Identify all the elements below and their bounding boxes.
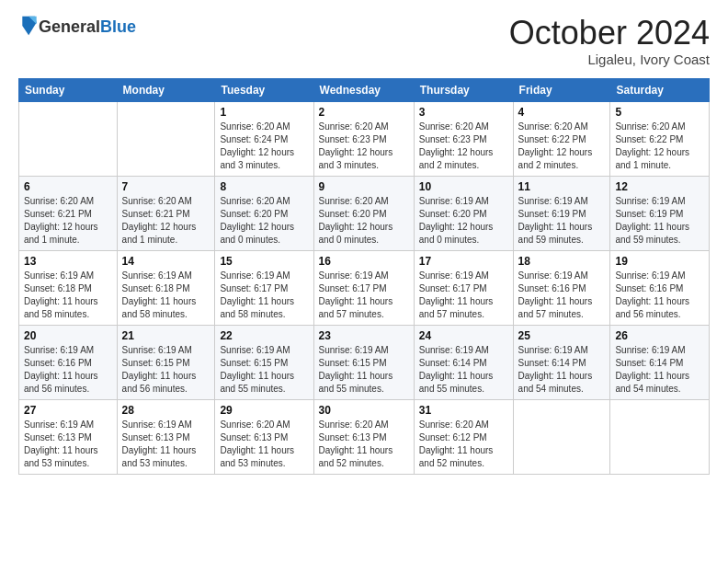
- logo-general-text: General: [39, 17, 100, 36]
- calendar-cell: 10Sunrise: 6:19 AM Sunset: 6:20 PM Dayli…: [414, 176, 513, 250]
- calendar-table: SundayMondayTuesdayWednesdayThursdayFrid…: [18, 78, 710, 475]
- logo-icon: [20, 15, 39, 37]
- location-subtitle: Ligaleu, Ivory Coast: [509, 52, 710, 67]
- calendar-cell: [19, 101, 118, 176]
- header: GeneralBlue October 2024 Ligaleu, Ivory …: [18, 15, 710, 67]
- page: GeneralBlue October 2024 Ligaleu, Ivory …: [0, 0, 728, 563]
- calendar-cell: 9Sunrise: 6:20 AM Sunset: 6:20 PM Daylig…: [313, 176, 414, 250]
- day-info: Sunrise: 6:19 AM Sunset: 6:14 PM Dayligh…: [518, 344, 606, 396]
- day-info: Sunrise: 6:20 AM Sunset: 6:20 PM Dayligh…: [220, 195, 308, 247]
- day-info: Sunrise: 6:19 AM Sunset: 6:15 PM Dayligh…: [319, 344, 409, 396]
- col-header-sunday: Sunday: [19, 78, 118, 101]
- day-number: 20: [24, 329, 112, 342]
- day-info: Sunrise: 6:20 AM Sunset: 6:23 PM Dayligh…: [319, 121, 409, 172]
- day-number: 19: [615, 255, 704, 268]
- col-header-saturday: Saturday: [610, 78, 710, 101]
- day-number: 11: [518, 180, 606, 193]
- calendar-cell: 29Sunrise: 6:20 AM Sunset: 6:13 PM Dayli…: [215, 399, 313, 474]
- day-info: Sunrise: 6:19 AM Sunset: 6:17 PM Dayligh…: [419, 270, 508, 321]
- calendar-cell: 14Sunrise: 6:19 AM Sunset: 6:18 PM Dayli…: [117, 250, 215, 325]
- day-info: Sunrise: 6:19 AM Sunset: 6:16 PM Dayligh…: [615, 270, 704, 321]
- calendar-cell: 4Sunrise: 6:20 AM Sunset: 6:22 PM Daylig…: [513, 101, 610, 176]
- calendar-cell: 7Sunrise: 6:20 AM Sunset: 6:21 PM Daylig…: [117, 176, 215, 250]
- calendar-cell: 1Sunrise: 6:20 AM Sunset: 6:24 PM Daylig…: [215, 101, 313, 176]
- day-number: 25: [518, 329, 606, 342]
- calendar-cell: 13Sunrise: 6:19 AM Sunset: 6:18 PM Dayli…: [19, 250, 118, 325]
- day-number: 1: [220, 106, 308, 119]
- calendar-cell: 8Sunrise: 6:20 AM Sunset: 6:20 PM Daylig…: [215, 176, 313, 250]
- calendar-week-row: 1Sunrise: 6:20 AM Sunset: 6:24 PM Daylig…: [19, 101, 710, 176]
- day-number: 2: [319, 106, 409, 119]
- calendar-cell: 22Sunrise: 6:19 AM Sunset: 6:15 PM Dayli…: [215, 325, 313, 399]
- day-info: Sunrise: 6:19 AM Sunset: 6:13 PM Dayligh…: [122, 419, 210, 470]
- calendar-cell: 20Sunrise: 6:19 AM Sunset: 6:16 PM Dayli…: [19, 325, 118, 399]
- title-block: October 2024 Ligaleu, Ivory Coast: [509, 15, 710, 67]
- day-info: Sunrise: 6:20 AM Sunset: 6:24 PM Dayligh…: [220, 121, 308, 172]
- calendar-cell: [513, 399, 610, 474]
- col-header-monday: Monday: [117, 78, 215, 101]
- calendar-cell: 30Sunrise: 6:20 AM Sunset: 6:13 PM Dayli…: [313, 399, 414, 474]
- day-number: 10: [419, 180, 508, 193]
- calendar-week-row: 20Sunrise: 6:19 AM Sunset: 6:16 PM Dayli…: [19, 325, 710, 399]
- day-number: 3: [419, 106, 508, 119]
- calendar-cell: 26Sunrise: 6:19 AM Sunset: 6:14 PM Dayli…: [610, 325, 710, 399]
- day-number: 24: [419, 329, 508, 342]
- day-number: 29: [220, 404, 308, 417]
- day-number: 28: [122, 404, 210, 417]
- col-header-tuesday: Tuesday: [215, 78, 313, 101]
- day-info: Sunrise: 6:19 AM Sunset: 6:16 PM Dayligh…: [518, 270, 606, 321]
- day-info: Sunrise: 6:19 AM Sunset: 6:19 PM Dayligh…: [615, 195, 704, 247]
- day-number: 18: [518, 255, 606, 268]
- day-number: 6: [24, 180, 112, 193]
- month-title: October 2024: [509, 15, 710, 52]
- day-number: 21: [122, 329, 210, 342]
- calendar-cell: 31Sunrise: 6:20 AM Sunset: 6:12 PM Dayli…: [414, 399, 513, 474]
- day-info: Sunrise: 6:19 AM Sunset: 6:19 PM Dayligh…: [518, 195, 606, 247]
- col-header-thursday: Thursday: [414, 78, 513, 101]
- calendar-cell: 11Sunrise: 6:19 AM Sunset: 6:19 PM Dayli…: [513, 176, 610, 250]
- day-info: Sunrise: 6:20 AM Sunset: 6:21 PM Dayligh…: [24, 195, 112, 247]
- calendar-cell: 17Sunrise: 6:19 AM Sunset: 6:17 PM Dayli…: [414, 250, 513, 325]
- day-info: Sunrise: 6:19 AM Sunset: 6:16 PM Dayligh…: [24, 344, 112, 396]
- day-number: 26: [615, 329, 704, 342]
- day-number: 14: [122, 255, 210, 268]
- day-number: 13: [24, 255, 112, 268]
- day-info: Sunrise: 6:19 AM Sunset: 6:14 PM Dayligh…: [419, 344, 508, 396]
- calendar-cell: 27Sunrise: 6:19 AM Sunset: 6:13 PM Dayli…: [19, 399, 118, 474]
- day-info: Sunrise: 6:20 AM Sunset: 6:13 PM Dayligh…: [319, 419, 409, 470]
- calendar-cell: 2Sunrise: 6:20 AM Sunset: 6:23 PM Daylig…: [313, 101, 414, 176]
- day-number: 27: [24, 404, 112, 417]
- calendar-cell: 23Sunrise: 6:19 AM Sunset: 6:15 PM Dayli…: [313, 325, 414, 399]
- day-info: Sunrise: 6:20 AM Sunset: 6:12 PM Dayligh…: [419, 419, 508, 470]
- day-number: 23: [319, 329, 409, 342]
- calendar-cell: 25Sunrise: 6:19 AM Sunset: 6:14 PM Dayli…: [513, 325, 610, 399]
- day-number: 31: [419, 404, 508, 417]
- calendar-cell: 15Sunrise: 6:19 AM Sunset: 6:17 PM Dayli…: [215, 250, 313, 325]
- calendar-cell: 3Sunrise: 6:20 AM Sunset: 6:23 PM Daylig…: [414, 101, 513, 176]
- day-info: Sunrise: 6:19 AM Sunset: 6:13 PM Dayligh…: [24, 419, 112, 470]
- day-info: Sunrise: 6:19 AM Sunset: 6:15 PM Dayligh…: [122, 344, 210, 396]
- calendar-cell: [117, 101, 215, 176]
- calendar-cell: 16Sunrise: 6:19 AM Sunset: 6:17 PM Dayli…: [313, 250, 414, 325]
- day-number: 15: [220, 255, 308, 268]
- day-number: 9: [319, 180, 409, 193]
- calendar-week-row: 27Sunrise: 6:19 AM Sunset: 6:13 PM Dayli…: [19, 399, 710, 474]
- calendar-cell: 19Sunrise: 6:19 AM Sunset: 6:16 PM Dayli…: [610, 250, 710, 325]
- calendar-cell: [610, 399, 710, 474]
- day-number: 22: [220, 329, 308, 342]
- calendar-cell: 5Sunrise: 6:20 AM Sunset: 6:22 PM Daylig…: [610, 101, 710, 176]
- logo-blue-text: Blue: [100, 17, 136, 36]
- day-number: 16: [319, 255, 409, 268]
- day-info: Sunrise: 6:19 AM Sunset: 6:20 PM Dayligh…: [419, 195, 508, 247]
- day-info: Sunrise: 6:20 AM Sunset: 6:21 PM Dayligh…: [122, 195, 210, 247]
- day-number: 4: [518, 106, 606, 119]
- day-info: Sunrise: 6:19 AM Sunset: 6:18 PM Dayligh…: [122, 270, 210, 321]
- day-info: Sunrise: 6:19 AM Sunset: 6:17 PM Dayligh…: [220, 270, 308, 321]
- calendar-cell: 28Sunrise: 6:19 AM Sunset: 6:13 PM Dayli…: [117, 399, 215, 474]
- calendar-week-row: 13Sunrise: 6:19 AM Sunset: 6:18 PM Dayli…: [19, 250, 710, 325]
- calendar-cell: 6Sunrise: 6:20 AM Sunset: 6:21 PM Daylig…: [19, 176, 118, 250]
- calendar-cell: 21Sunrise: 6:19 AM Sunset: 6:15 PM Dayli…: [117, 325, 215, 399]
- day-number: 30: [319, 404, 409, 417]
- day-number: 17: [419, 255, 508, 268]
- calendar-cell: 24Sunrise: 6:19 AM Sunset: 6:14 PM Dayli…: [414, 325, 513, 399]
